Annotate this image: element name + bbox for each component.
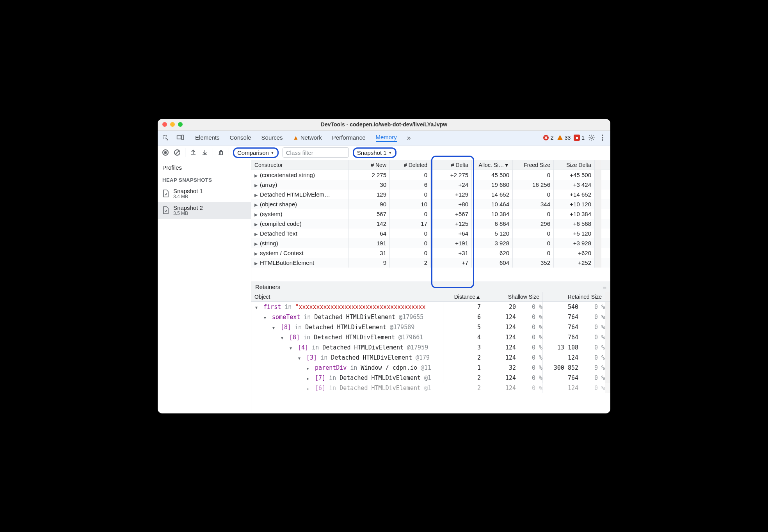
disclosure-icon: ▶ xyxy=(254,261,258,266)
disclosure-icon: ▶ xyxy=(254,232,258,237)
disclosure-icon: ▶ xyxy=(307,376,309,381)
ret-col-distance[interactable]: Distance▲ xyxy=(443,292,484,301)
table-row[interactable]: ▶(string)1910+1913 9280+3 928 xyxy=(251,238,610,248)
snapshot-name: Snapshot 1 xyxy=(173,188,203,194)
col-delta[interactable]: # Delta xyxy=(431,160,472,170)
profiles-sidebar: Profiles HEAP SNAPSHOTS Snapshot 1 3.4 M… xyxy=(158,160,251,413)
heap-snapshots-header: HEAP SNAPSHOTS xyxy=(158,175,251,185)
chevron-down-icon: ▼ xyxy=(388,151,392,155)
disclosure-icon: ▶ xyxy=(254,222,258,227)
retainer-row[interactable]: ▶ [6] in Detached HTMLDivElement @121240… xyxy=(251,383,610,393)
table-row[interactable]: ▶(concatenated string)2 2750+2 27545 500… xyxy=(251,170,610,180)
snapshot-item-1[interactable]: Snapshot 1 3.4 MB xyxy=(158,185,251,202)
col-constructor[interactable]: Constructor xyxy=(251,160,349,170)
table-row[interactable]: ▶(object shape)9010+8010 464344+10 120 xyxy=(251,199,610,209)
retainer-row[interactable]: ▼ [3] in Detached HTMLDivElement @179212… xyxy=(251,353,610,363)
kebab-icon[interactable] xyxy=(599,134,606,142)
retainer-row[interactable]: ▼ [8] in Detached HTMLDivElement @179589… xyxy=(251,322,610,332)
svg-line-11 xyxy=(175,151,179,154)
retainers-rows[interactable]: ▼ first in "xxxxxxxxxxxxxxxxxxxxxxxxxxxx… xyxy=(251,302,610,413)
retainer-row[interactable]: ▼ [4] in Detached HTMLDivElement @179593… xyxy=(251,342,610,353)
upload-icon[interactable] xyxy=(189,149,197,156)
snapshot-size: 3.4 MB xyxy=(173,194,203,200)
panel-tabs: Elements Console Sources ▲ Network Perfo… xyxy=(195,134,411,142)
errors-counter[interactable]: 2 xyxy=(543,135,554,141)
disclosure-icon: ▶ xyxy=(254,173,258,178)
retainer-row[interactable]: ▼ someText in Detached HTMLDivElement @1… xyxy=(251,312,610,322)
ret-col-retained[interactable]: Retained Size xyxy=(542,292,605,301)
table-row[interactable]: ▶(compiled code)14217+1256 864296+6 568 xyxy=(251,219,610,229)
table-row[interactable]: ▶(system)5670+56710 3840+10 384 xyxy=(251,209,610,219)
disclosure-icon: ▶ xyxy=(254,251,258,256)
status-counters: 2 33 ■ 1 xyxy=(543,134,606,142)
titlebar: DevTools - codepen.io/web-dot-dev/live/L… xyxy=(158,119,610,131)
issues-counter[interactable]: ■ 1 xyxy=(574,135,585,141)
devtools-window: DevTools - codepen.io/web-dot-dev/live/L… xyxy=(158,119,610,413)
retainer-row[interactable]: ▶ [7] in Detached HTMLDivElement @121240… xyxy=(251,373,610,383)
tab-elements[interactable]: Elements xyxy=(195,134,220,142)
disclosure-icon: ▶ xyxy=(254,212,258,217)
disclosure-icon: ▶ xyxy=(254,183,258,188)
gc-icon[interactable] xyxy=(217,149,225,156)
tab-memory[interactable]: Memory xyxy=(376,134,397,142)
table-row[interactable]: ▶Detached HTMLDivElem…1290+12914 6520+14… xyxy=(251,190,610,199)
class-filter-input[interactable]: Class filter xyxy=(283,147,349,158)
sort-desc-icon: ▼ xyxy=(504,162,509,168)
baseline-select[interactable]: Snapshot 1 ▼ xyxy=(353,147,396,158)
col-sizedelta[interactable]: Size Delta xyxy=(554,160,595,170)
disclosure-icon: ▶ xyxy=(254,202,258,207)
col-alloc[interactable]: Alloc. Si…▼ xyxy=(472,160,513,170)
download-icon[interactable] xyxy=(201,149,209,156)
retainer-row[interactable]: ▼ [8] in Detached HTMLDivElement @179661… xyxy=(251,332,610,342)
file-icon xyxy=(162,189,169,198)
clear-icon[interactable] xyxy=(173,149,181,156)
disclosure-icon: ▼ xyxy=(272,326,275,330)
disclosure-icon: ▼ xyxy=(255,305,258,310)
warnings-counter[interactable]: 33 xyxy=(557,135,571,141)
table-row[interactable]: ▶(array)306+2419 68016 256+3 424 xyxy=(251,180,610,190)
record-icon[interactable] xyxy=(162,149,169,156)
disclosure-icon: ▶ xyxy=(254,193,258,198)
snapshot-item-2[interactable]: Snapshot 2 3.5 MB xyxy=(158,202,251,219)
device-icon[interactable] xyxy=(176,134,184,142)
retainers-title: Retainers xyxy=(255,284,280,290)
panel-tabs-bar: Elements Console Sources ▲ Network Perfo… xyxy=(158,131,610,145)
svg-rect-2 xyxy=(181,135,183,140)
view-mode-select[interactable]: Comparison ▼ xyxy=(233,147,279,158)
baseline-label: Snapshot 1 xyxy=(357,149,387,156)
col-freed[interactable]: Freed Size xyxy=(513,160,554,170)
disclosure-icon: ▼ xyxy=(281,336,283,340)
col-deleted[interactable]: # Deleted xyxy=(390,160,431,170)
comparison-headers: Constructor # New # Deleted # Delta Allo… xyxy=(251,160,610,170)
svg-point-9 xyxy=(164,151,167,154)
disclosure-icon: ▶ xyxy=(307,387,309,391)
ret-col-object[interactable]: Object xyxy=(251,292,443,301)
warnings-count: 33 xyxy=(565,135,571,141)
disclosure-icon: ▼ xyxy=(298,356,300,360)
retainer-row[interactable]: ▶ parentDiv in Window / cdpn.io @111320 … xyxy=(251,363,610,373)
svg-point-4 xyxy=(591,137,593,139)
inspect-icon[interactable] xyxy=(162,134,169,142)
disclosure-icon: ▶ xyxy=(307,366,309,371)
more-tabs-icon[interactable]: » xyxy=(407,134,411,142)
tab-performance[interactable]: Performance xyxy=(332,134,366,142)
tab-sources[interactable]: Sources xyxy=(261,134,283,142)
disclosure-icon: ▶ xyxy=(254,241,258,246)
col-new[interactable]: # New xyxy=(349,160,390,170)
ret-col-shallow[interactable]: Shallow Size xyxy=(484,292,542,301)
tab-network[interactable]: ▲ Network xyxy=(293,134,322,142)
file-icon xyxy=(162,206,169,215)
class-filter-placeholder: Class filter xyxy=(286,149,313,156)
tab-console[interactable]: Console xyxy=(230,134,251,142)
retainer-row[interactable]: ▼ first in "xxxxxxxxxxxxxxxxxxxxxxxxxxxx… xyxy=(251,302,610,312)
retainers-menu-icon[interactable]: ≡ xyxy=(603,284,606,290)
chevron-down-icon: ▼ xyxy=(270,151,274,155)
gear-icon[interactable] xyxy=(588,134,596,142)
comparison-rows[interactable]: ▶(concatenated string)2 2750+2 27545 500… xyxy=(251,170,610,282)
table-row[interactable]: ▶Detached Text640+645 1200+5 120 xyxy=(251,229,610,238)
svg-point-7 xyxy=(602,139,603,141)
table-row[interactable]: ▶HTMLButtonElement92+7604352+252 xyxy=(251,258,610,268)
table-row[interactable]: ▶system / Context310+316200+620 xyxy=(251,248,610,258)
view-mode-label: Comparison xyxy=(237,149,269,156)
comparison-view: Constructor # New # Deleted # Delta Allo… xyxy=(251,160,610,413)
